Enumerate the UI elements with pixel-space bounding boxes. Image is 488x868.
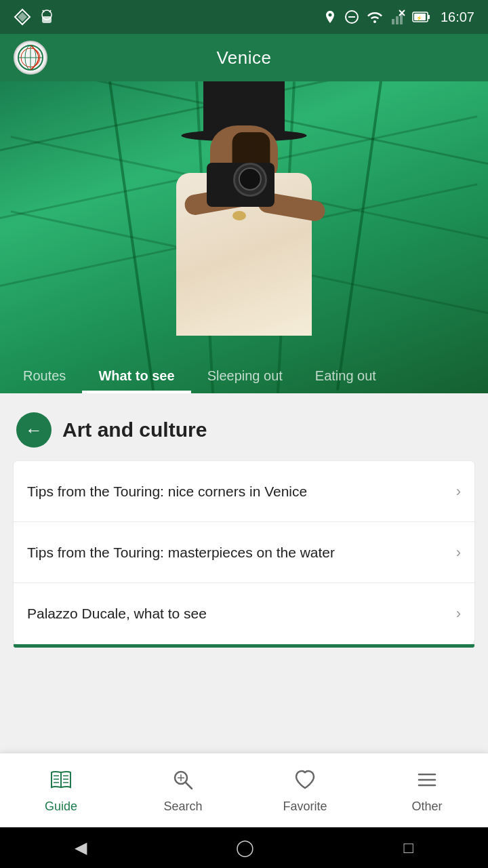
articles-list: Tips from the Touring: nice corners in V… [14,461,474,644]
recent-nav-button[interactable]: □ [403,838,413,857]
wifi-icon [366,9,384,24]
section-header: ← Art and culture [0,393,488,461]
other-icon [415,768,439,795]
list-item[interactable]: Palazzo Ducale, what to see › [14,583,474,644]
svg-line-33 [186,783,192,789]
svg-point-7 [48,14,50,16]
search-icon [171,768,195,795]
hero-section: Routes What to see Sleeping out Eating o… [0,81,488,393]
category-tabs: Routes What to see Sleeping out Eating o… [0,359,488,393]
battery-icon: ⚡ [412,9,431,24]
nav-other[interactable]: Other [366,761,488,821]
list-item[interactable]: Tips from the Touring: masterpieces on t… [14,522,474,583]
location-icon [323,9,338,24]
status-left-icons [14,8,56,26]
back-button[interactable]: ← [16,412,52,448]
app-logo [14,41,47,75]
list-item-text: Palazzo Ducale, what to see [27,604,448,623]
status-bar: ⚡ 16:07 [0,0,488,34]
tab-eating-out[interactable]: Eating out [299,359,392,393]
favorite-icon [293,768,317,795]
guide-icon [49,768,73,795]
svg-rect-16 [428,15,430,19]
svg-rect-11 [396,16,399,24]
svg-rect-3 [42,16,52,23]
chevron-right-icon: › [456,483,461,500]
time-display: 16:07 [441,9,474,25]
guide-label: Guide [45,800,77,814]
signal-off-icon [390,9,405,24]
dnd-icon [344,9,359,24]
list-item-text: Tips from the Touring: nice corners in V… [27,481,448,501]
page-title: Venice [216,47,271,68]
hero-image [142,92,346,356]
nav-favorite[interactable]: Favorite [244,761,366,821]
app-bar: Venice [0,34,488,81]
svg-rect-10 [392,19,394,24]
status-right-icons: ⚡ 16:07 [323,9,474,25]
other-label: Other [411,800,442,814]
list-item-text: Tips from the Touring: masterpieces on t… [27,542,448,562]
favorite-label: Favorite [283,800,327,814]
tab-routes[interactable]: Routes [7,359,82,393]
bottom-navigation: Guide Search Favorite [0,753,488,827]
list-item[interactable]: Tips from the Touring: nice corners in V… [14,461,474,522]
section-title: Art and culture [62,418,207,441]
content-area: ← Art and culture Tips from the Touring:… [0,393,488,770]
app-icon-1 [14,8,31,26]
tab-sleeping-out[interactable]: Sleeping out [191,359,299,393]
android-icon [38,8,56,26]
chevron-right-icon: › [456,605,461,623]
svg-text:⚡: ⚡ [416,15,422,21]
search-label: Search [163,800,202,814]
nav-search[interactable]: Search [122,761,244,821]
home-nav-button[interactable]: ◯ [236,838,254,857]
back-nav-button[interactable]: ◀ [75,838,87,857]
android-nav-bar: ◀ ◯ □ [0,827,488,868]
tab-what-to-see[interactable]: What to see [82,359,190,393]
back-arrow-icon: ← [25,421,43,439]
nav-guide[interactable]: Guide [0,761,122,821]
svg-point-6 [44,14,46,16]
chevron-right-icon: › [456,544,461,561]
